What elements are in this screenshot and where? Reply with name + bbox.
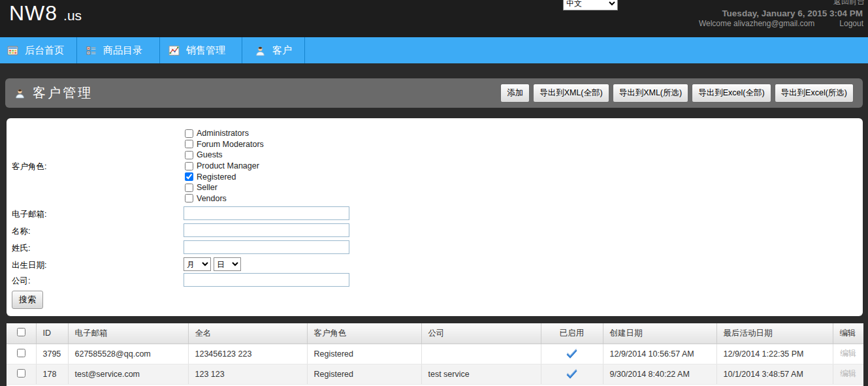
main-nav: 后台首页 商品目录 销售管理 [0,37,868,63]
logo-suffix: .us [63,8,82,24]
cell-company [421,344,541,364]
first-name-label: 名称: [12,226,30,237]
col-header-edit: 编辑 [833,323,863,344]
col-header-active: 已启用 [541,323,603,344]
row-checkbox[interactable] [17,369,25,378]
role-label: Product Manager [197,161,259,170]
cell-last-activity: 12/9/2014 1:22:35 PM [716,344,833,364]
export-excel-all-button[interactable]: 导出到Excel(全部) [692,84,771,103]
col-header-email: 电子邮箱 [68,323,188,344]
nav-item-label: 销售管理 [186,44,225,57]
role-option-seller[interactable]: Seller [185,182,264,193]
role-label: Guests [197,150,223,159]
role-option-product-manager[interactable]: Product Manager [185,161,264,172]
current-datetime: Tuesday, January 6, 2015 3:04 PM [722,8,863,18]
role-checkbox[interactable] [185,140,193,148]
table-header-row: ID 电子邮箱 全名 客户角色 公司 已启用 创建日期 最后活动日期 编辑 [7,323,863,344]
cell-role: Registered [307,364,421,384]
export-xml-all-button[interactable]: 导出到XML(全部) [533,84,609,103]
company-label: 公司: [12,276,30,287]
cell-full-name: 123 123 [188,364,307,384]
dob-day-select[interactable]: 日 [214,257,241,271]
role-option-administrators[interactable]: Administrators [185,128,264,139]
cell-email: test@service.com [68,364,188,384]
role-option-forum-moderators[interactable]: Forum Moderators [185,139,264,150]
col-header-last-activity: 最后活动日期 [716,323,833,344]
last-name-input[interactable] [184,240,349,254]
site-logo[interactable]: NW8 .us [9,1,82,25]
nav-item-sales[interactable]: 销售管理 [160,37,242,63]
col-header-company: 公司 [421,323,541,344]
role-label: Registered [197,172,236,182]
search-panel: 客户角色: Administrators Forum Moderators Gu… [7,118,863,316]
role-option-registered[interactable]: Registered [185,171,264,182]
export-excel-selected-button[interactable]: 导出到Excel(所选) [775,84,854,103]
role-checkbox[interactable] [185,162,193,170]
active-check-icon [566,349,578,359]
first-name-input[interactable] [184,223,349,237]
role-label: Seller [197,183,217,192]
role-checkbox[interactable] [185,194,193,202]
customers-icon [255,45,266,56]
catalog-icon [86,45,97,56]
col-header-created: 创建日期 [603,323,716,344]
company-input[interactable] [184,273,349,287]
cell-company: test service [421,364,541,384]
welcome-text: Welcome alivazheng@gmail.com [699,19,814,28]
table-row: 3795 627585528@qq.com 123456123 223 Regi… [7,344,863,364]
role-label: Administrators [197,129,249,138]
cell-email: 627585528@qq.com [68,344,188,364]
logo-text: NW8 [9,1,57,25]
role-checkbox[interactable] [185,184,193,192]
row-checkbox[interactable] [17,349,25,357]
role-label: Vendors [197,194,227,203]
cell-full-name: 123456123 223 [188,344,307,364]
customer-roles-label: 客户角色: [12,161,46,172]
role-option-vendors[interactable]: Vendors [185,193,264,204]
dob-label: 出生日期: [12,260,46,271]
edit-link[interactable]: 编辑 [840,349,856,358]
customer-manage-icon [14,88,25,99]
customers-table: ID 电子邮箱 全名 客户角色 公司 已启用 创建日期 最后活动日期 编辑 37… [7,323,863,386]
customer-roles-list: Administrators Forum Moderators Guests P… [185,128,264,204]
nav-item-dashboard[interactable]: 后台首页 [0,37,77,63]
select-all-checkbox[interactable] [17,328,25,336]
col-header-id: ID [36,323,68,344]
language-select[interactable]: 中文 [563,0,618,10]
logout-link[interactable]: Logout [839,19,863,28]
role-label: Forum Moderators [197,140,264,149]
cell-id: 3795 [36,344,68,364]
email-input[interactable] [184,206,349,220]
nav-item-label: 客户 [272,44,292,57]
role-checkbox[interactable] [185,129,193,138]
top-header: NW8 .us 中文 返回前台 Tuesday, January 6, 2015… [0,0,868,37]
col-header-full-name: 全名 [188,323,307,344]
email-label: 电子邮箱: [12,209,46,220]
nav-item-catalog[interactable]: 商品目录 [77,37,160,63]
role-checkbox[interactable] [185,151,193,159]
toolbar: 添加 导出到XML(全部) 导出到XML(所选) 导出到Excel(全部) 导出… [500,84,854,103]
cell-last-activity: 10/1/2014 3:48:57 AM [716,364,833,384]
last-name-label: 姓氏: [12,243,30,254]
table-row: 178 test@service.com 123 123 Registered … [7,364,863,384]
nav-item-label: 后台首页 [25,44,64,57]
edit-link[interactable]: 编辑 [840,369,856,378]
dob-month-select[interactable]: 月 [184,257,211,271]
back-to-storefront-link[interactable]: 返回前台 [833,0,865,7]
role-option-guests[interactable]: Guests [185,150,264,161]
add-button[interactable]: 添加 [500,84,530,103]
page-title-text: 客户管理 [33,84,93,102]
nav-item-customers[interactable]: 客户 [242,37,305,63]
nav-item-label: 商品目录 [103,44,142,57]
cell-created: 12/9/2014 10:56:57 AM [603,344,716,364]
cell-role: Registered [307,344,421,364]
dashboard-icon [7,45,18,56]
search-button[interactable]: 搜索 [12,291,43,309]
export-xml-selected-button[interactable]: 导出到XML(所选) [613,84,689,103]
cell-created: 9/30/2014 8:40:22 AM [603,364,716,384]
role-checkbox[interactable] [185,172,193,181]
col-header-role: 客户角色 [307,323,421,344]
cell-id: 178 [36,364,68,384]
active-check-icon [566,369,578,379]
sales-icon [169,45,180,56]
